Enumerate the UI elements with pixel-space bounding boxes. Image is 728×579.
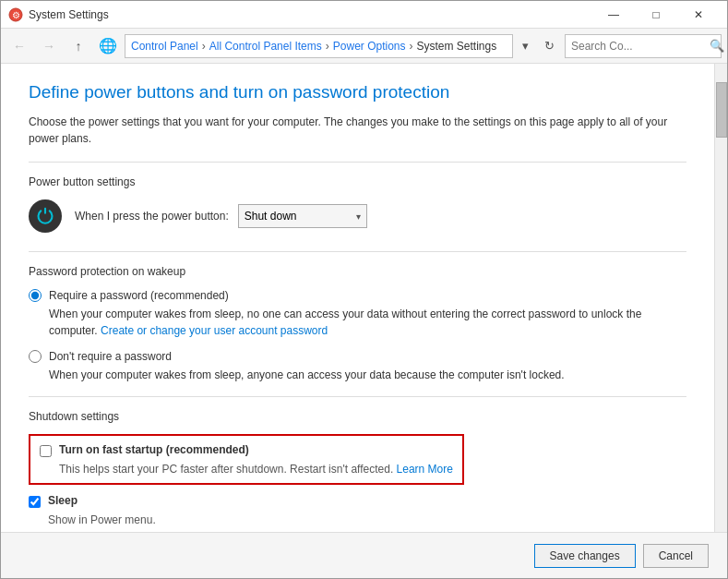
radio-no-password: Don't require a password When your compu… [29,350,686,383]
content-area: Define power buttons and turn on passwor… [1,64,727,532]
search-icon: 🔍 [710,39,724,53]
power-button-label: When I press the power button: [75,210,229,223]
up-button[interactable]: ↑ [66,33,91,59]
power-button-row: When I press the power button: Shut down… [29,199,686,233]
scrollbar-thumb[interactable] [716,82,727,138]
breadcrumb-all-items[interactable]: All Control Panel Items [209,40,322,53]
fast-startup-label: Turn on fast startup (recommended) [59,443,249,456]
power-icon [29,199,62,233]
page-title: Define power buttons and turn on passwor… [29,82,686,103]
back-button[interactable]: ← [6,33,32,59]
sleep-item: Sleep Show in Power menu. [29,494,686,526]
scrollbar-track [714,64,727,532]
dropdown-value: Shut down [245,210,297,223]
no-password-radio[interactable] [29,350,42,363]
breadcrumb-control-panel[interactable]: Control Panel [131,40,198,53]
create-password-link[interactable]: Create or change your user account passw… [101,324,328,337]
title-bar: ⚙ System Settings — □ ✕ [1,1,727,29]
shutdown-section-label: Shutdown settings [29,410,686,423]
sleep-checkbox[interactable] [29,496,41,508]
cancel-button[interactable]: Cancel [643,544,709,568]
no-password-desc: When your computer wakes from sleep, any… [49,367,686,383]
page-description: Choose the power settings that you want … [29,114,686,147]
divider-2 [29,251,686,252]
sleep-desc: Show in Power menu. [48,513,686,526]
globe-icon: 🌐 [99,37,117,54]
minimize-button[interactable]: — [592,1,635,29]
search-box: 🔍 [565,34,722,58]
divider-1 [29,162,686,163]
breadcrumb: Control Panel › All Control Panel Items … [125,34,513,58]
main-content: Define power buttons and turn on passwor… [1,64,714,532]
divider-3 [29,396,686,397]
require-password-desc: When your computer wakes from sleep, no … [49,306,686,339]
breadcrumb-dropdown-button[interactable]: ▾ [517,34,533,58]
window-icon: ⚙ [8,7,23,22]
fast-startup-checkbox[interactable] [40,445,52,457]
forward-button[interactable]: → [36,33,62,59]
search-input[interactable] [571,40,710,53]
radio-require-password: Require a password (recommended) When yo… [29,289,686,339]
require-password-label: Require a password (recommended) [49,289,229,302]
sleep-label: Sleep [48,494,78,507]
window-title: System Settings [29,8,592,21]
fast-startup-row: Turn on fast startup (recommended) [40,443,453,457]
fast-startup-desc: This helps start your PC faster after sh… [59,463,453,476]
window: ⚙ System Settings — □ ✕ ← → ↑ 🌐 Control … [0,0,728,579]
maximize-button[interactable]: □ [635,1,677,29]
breadcrumb-power-options[interactable]: Power Options [333,40,406,53]
learn-more-link[interactable]: Learn More [397,463,453,476]
fast-startup-box: Turn on fast startup (recommended) This … [29,434,464,485]
dropdown-arrow-icon: ▾ [356,211,361,222]
require-password-radio[interactable] [29,289,42,302]
save-button[interactable]: Save changes [534,544,636,568]
address-bar: ← → ↑ 🌐 Control Panel › All Control Pane… [1,29,727,64]
refresh-button[interactable]: ↻ [537,34,561,58]
password-section-label: Password protection on wakeup [29,265,686,278]
svg-text:⚙: ⚙ [12,10,20,20]
window-controls: — □ ✕ [592,1,720,29]
no-password-label: Don't require a password [49,350,172,363]
bottom-bar: Save changes Cancel [1,532,727,578]
power-section-label: Power button settings [29,175,686,188]
close-button[interactable]: ✕ [677,1,720,29]
breadcrumb-system-settings: System Settings [416,40,496,53]
power-action-dropdown[interactable]: Shut down ▾ [238,204,367,228]
